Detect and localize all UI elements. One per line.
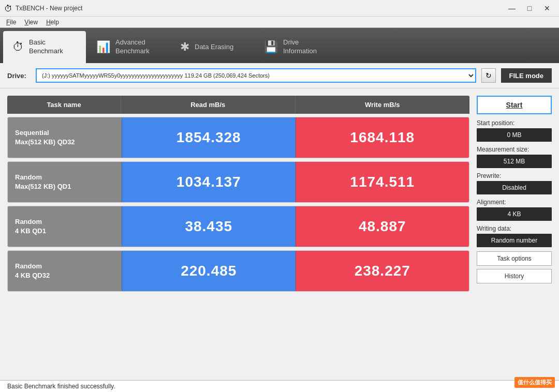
maximize-button[interactable]: □ (522, 3, 537, 13)
table-row: Random4 KB QD32 220.485 238.227 (7, 250, 469, 292)
status-bar: Basic Benchmark finished successfully. (0, 380, 559, 392)
tab-data-erasing-label: Data Erasing (195, 43, 233, 52)
table-header: Task name Read mB/s Write mB/s (7, 96, 469, 114)
drive-information-icon: 💾 (264, 40, 278, 54)
task-options-button[interactable]: Task options (477, 251, 552, 266)
file-mode-button[interactable]: FILE mode (501, 68, 552, 83)
measurement-size-value: 512 MB (477, 155, 552, 168)
row-write-2: 48.887 (296, 206, 469, 247)
row-read-1: 1034.137 (122, 162, 296, 202)
title-bar: ⏱ TxBENCH - New project — □ ✕ (0, 0, 559, 17)
row-write-0: 1684.118 (296, 117, 469, 158)
drive-select[interactable]: (J:) yyyyyySATMyyyyyWR55y0yyyyyyyyyyyyyy… (36, 68, 476, 83)
row-read-3: 220.485 (122, 251, 296, 291)
writing-data-label: Writing data: (477, 225, 552, 232)
menu-bar: File View Help (0, 17, 559, 28)
row-label-1: RandomMax(512 KB) QD1 (8, 162, 122, 202)
watermark: 值什么值得买 (514, 377, 555, 388)
menu-view[interactable]: View (20, 18, 42, 27)
row-write-1: 1174.511 (296, 162, 469, 202)
start-position-label: Start position: (477, 119, 552, 127)
minimize-button[interactable]: — (504, 3, 520, 13)
table-row: SequentialMax(512 KB) QD32 1854.328 1684… (7, 117, 469, 158)
content-area: Task name Read mB/s Write mB/s Sequentia… (0, 88, 559, 380)
row-label-3: Random4 KB QD32 (8, 251, 122, 291)
row-read-2: 38.435 (122, 206, 296, 247)
app-icon: ⏱ (4, 4, 12, 12)
alignment-label: Alignment: (477, 199, 552, 206)
col-read: Read mB/s (121, 96, 296, 114)
start-button[interactable]: Start (477, 96, 552, 114)
history-button[interactable]: History (477, 269, 552, 283)
menu-help[interactable]: Help (42, 18, 63, 27)
row-label-0: SequentialMax(512 KB) QD32 (8, 117, 122, 158)
tab-advanced-benchmark[interactable]: 📊 AdvancedBenchmark (87, 31, 170, 63)
drive-label: Drive: (7, 72, 31, 80)
tab-basic-benchmark-label: BasicBenchmark (29, 38, 63, 56)
tab-data-erasing[interactable]: ✱ Data Erasing (171, 31, 254, 63)
benchmark-table: Task name Read mB/s Write mB/s Sequentia… (7, 96, 469, 373)
alignment-value: 4 KB (477, 207, 552, 221)
table-row: Random4 KB QD1 38.435 48.887 (7, 206, 469, 247)
tab-basic-benchmark[interactable]: ⏱ BasicBenchmark (3, 31, 86, 63)
row-read-0: 1854.328 (122, 117, 296, 158)
tab-drive-information-label: DriveInformation (283, 38, 317, 56)
close-button[interactable]: ✕ (539, 3, 555, 13)
advanced-benchmark-icon: 📊 (96, 40, 110, 54)
table-rows: SequentialMax(512 KB) QD32 1854.328 1684… (7, 117, 469, 292)
col-task-name: Task name (7, 96, 121, 114)
row-write-3: 238.227 (296, 251, 469, 291)
prewrite-label: Prewrite: (477, 172, 552, 179)
measurement-size-label: Measurement size: (477, 146, 552, 153)
tab-drive-information[interactable]: 💾 DriveInformation (255, 31, 337, 63)
start-position-value: 0 MB (477, 128, 552, 142)
table-row: RandomMax(512 KB) QD1 1034.137 1174.511 (7, 161, 469, 203)
main-area: Drive: (J:) yyyyyySATMyyyyyWR55y0yyyyyyy… (0, 63, 559, 392)
data-erasing-icon: ✱ (180, 40, 189, 54)
menu-file[interactable]: File (2, 18, 20, 27)
prewrite-value: Disabled (477, 181, 552, 194)
window-title: TxBENCH - New project (16, 5, 504, 12)
drive-refresh-button[interactable]: ↻ (481, 68, 496, 83)
window-controls: — □ ✕ (504, 3, 555, 13)
row-label-2: Random4 KB QD1 (8, 206, 122, 247)
col-write: Write mB/s (296, 96, 470, 114)
status-text: Basic Benchmark finished successfully. (7, 383, 115, 390)
right-sidebar: Start Start position: 0 MB Measurement s… (477, 96, 552, 373)
writing-data-value: Random number (477, 234, 552, 247)
basic-benchmark-icon: ⏱ (12, 40, 24, 54)
tab-advanced-benchmark-label: AdvancedBenchmark (115, 38, 150, 56)
tab-bar: ⏱ BasicBenchmark 📊 AdvancedBenchmark ✱ D… (0, 28, 559, 63)
drive-bar: Drive: (J:) yyyyyySATMyyyyyWR55y0yyyyyyy… (0, 63, 559, 88)
